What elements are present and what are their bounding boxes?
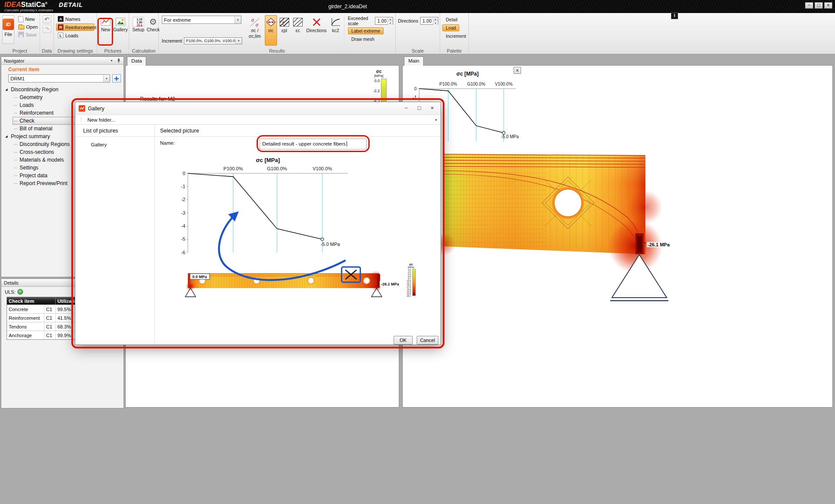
spin-down-icon[interactable]: ▼	[388, 21, 393, 25]
chevron-down-icon: ▼	[234, 16, 241, 23]
window-controls: ─ □ ✕	[805, 2, 832, 9]
group-label-palette: Palette	[440, 48, 468, 53]
ribbon-group-pictures: New Gallery Pictures	[97, 13, 129, 54]
svg-text:-4: -4	[181, 223, 185, 229]
tree-item-geometry[interactable]: Geometry	[13, 93, 124, 101]
chart-close-button[interactable]: X	[514, 67, 521, 74]
reinforcement-icon: R	[58, 24, 63, 30]
open-project-button[interactable]: Open	[17, 23, 40, 30]
new-project-button[interactable]: New	[17, 15, 40, 23]
svg-text:σc [MPa]: σc [MPa]	[256, 157, 280, 163]
svg-text:0: 0	[414, 86, 417, 91]
app-tagline: Calculate yesterday's estimates	[4, 8, 53, 12]
for-extreme-select[interactable]: For extreme ▼	[162, 16, 241, 24]
ribbon-group-drawing-settings: A Names R Reinforcement L Loads Drawing …	[54, 13, 97, 54]
dialog-section-headers: List of pictures Selected picture	[75, 125, 441, 137]
svg-text:V100.0%: V100.0%	[495, 82, 513, 86]
spin-up-icon[interactable]: ▲	[388, 17, 393, 21]
svg-text:-6: -6	[181, 250, 185, 255]
svg-text:-5.0 MPa: -5.0 MPa	[501, 134, 519, 139]
details-cell: C1	[44, 305, 56, 313]
eps-pl-result-button[interactable]: ! εpl	[278, 15, 291, 46]
open-label: Open	[26, 24, 38, 30]
sigma-c-result-button[interactable]: σc	[265, 15, 277, 46]
directions-label: Directions	[306, 28, 327, 33]
tab-main[interactable]: Main	[404, 56, 424, 66]
beam-label-right: -26.1 MPa	[381, 282, 400, 286]
titlebar: IDEAStatiCa®DETAIL Calculate yesterday's…	[0, 0, 835, 13]
directions-result-button[interactable]: Directions	[305, 15, 328, 46]
add-region-button[interactable]	[112, 74, 121, 83]
sigma-c-icon	[265, 17, 277, 27]
group-label-scale: Scale	[396, 48, 440, 53]
palette-load-button[interactable]: Load	[442, 24, 459, 31]
file-button-label: File	[4, 32, 12, 37]
names-label: Names	[65, 17, 80, 22]
palette-increment-button[interactable]: Increment	[442, 33, 470, 40]
new-picture-button[interactable]: New	[99, 15, 112, 47]
tree-item-discontinuity-region[interactable]: ◢Discontinuity Region	[1, 86, 124, 93]
names-toggle[interactable]: A Names	[56, 15, 94, 23]
info-button[interactable]: i	[671, 12, 678, 19]
directions-scale-spinner[interactable]: 1.00 ▲▼	[420, 17, 438, 25]
name-label: Name:	[160, 140, 175, 146]
loads-toggle[interactable]: L Loads	[56, 32, 94, 39]
pin-icon[interactable]	[117, 58, 121, 63]
spin-up-icon[interactable]: ▲	[433, 17, 438, 21]
picture-name-value: Detailed result - upper concrete fibers	[262, 141, 346, 146]
window-close-button[interactable]: ✕	[824, 2, 832, 9]
setup-button[interactable]: 1.15 1.90 25.8 Setup	[131, 15, 145, 47]
draw-mesh-toggle[interactable]: Draw mesh	[348, 36, 378, 43]
check-label: Check	[147, 27, 160, 32]
eps-c-icon	[292, 17, 304, 27]
ok-button[interactable]: OK	[394, 336, 413, 345]
gallery-button[interactable]: Gallery	[113, 15, 128, 47]
dialog-maximize-button[interactable]: □	[413, 104, 426, 113]
dialog-titlebar[interactable]: Gallery ─ □ ✕	[75, 102, 441, 115]
window-minimize-button[interactable]: ─	[805, 2, 813, 9]
tab-data[interactable]: Data	[127, 56, 146, 66]
app-mode-label: DETAIL	[59, 1, 83, 8]
dialog-close-button[interactable]: ✕	[426, 104, 439, 113]
svg-text:G100.0%: G100.0%	[267, 166, 287, 171]
reinforcement-toggle[interactable]: R Reinforcement	[56, 23, 94, 31]
label-extreme-toggle[interactable]: Label extreme	[348, 27, 384, 34]
window-maximize-button[interactable]: □	[815, 2, 823, 9]
sigma-ratio-result-button[interactable]: σσ σc / σc,lim	[246, 15, 264, 46]
undo-button[interactable]: ↶	[43, 15, 51, 23]
check-button[interactable]: ⚙ Check	[146, 15, 160, 47]
spin-down-icon[interactable]: ▼	[433, 21, 438, 25]
scale-unit: [MPa]	[398, 266, 424, 269]
eps-c-result-button[interactable]: εc	[292, 15, 304, 46]
increment-select[interactable]: P100.0%, G100.0%, V100.0% ▼	[184, 37, 242, 44]
dialog-toolbar: ⋮ New folder... ▾	[75, 115, 441, 125]
current-item-select[interactable]: DRM1 ▼	[8, 74, 110, 83]
navigator-dropdown-icon[interactable]: ▼	[110, 59, 113, 62]
exceeded-scale-spinner[interactable]: 1.00 ▲▼	[375, 17, 393, 25]
selected-picture-header: Selected picture	[155, 125, 441, 136]
kc2-result-button[interactable]: kc2	[329, 15, 342, 46]
names-icon: A	[58, 16, 63, 22]
for-extreme-value: For extreme	[162, 17, 234, 23]
picture-name-input[interactable]: Detailed result - upper concrete fibers	[260, 139, 367, 149]
file-button[interactable]: ID File	[2, 15, 14, 44]
tree-item-label: Discontinuity Regions	[20, 141, 70, 147]
new-folder-button[interactable]: New folder...	[87, 117, 115, 123]
ribbon-group-scale: Directions 1.00 ▲▼ Scale	[396, 13, 440, 54]
save-project-button[interactable]: Save	[17, 31, 40, 38]
reinforcement-label: Reinforcement	[65, 25, 97, 30]
eps-pl-icon: !	[279, 17, 290, 27]
tree-expanded-icon[interactable]: ◢	[5, 135, 11, 138]
tree-expanded-icon[interactable]: ◢	[5, 88, 11, 91]
toolbar-grip-icon: ⋮	[79, 117, 84, 123]
toolbar-chevron-icon[interactable]: ▾	[435, 118, 437, 122]
palette-detail-button[interactable]: Detail	[442, 16, 461, 23]
tree-item-label: Project data	[20, 172, 47, 179]
cancel-button[interactable]: Cancel	[417, 336, 438, 345]
dialog-minimize-button[interactable]: ─	[400, 104, 413, 113]
redo-button[interactable]: ↷	[43, 25, 51, 33]
list-item-gallery[interactable]: Gallery	[75, 142, 154, 147]
scale-directions-label: Directions	[398, 18, 418, 23]
beam-label-left: 0.0 MPa	[192, 275, 207, 279]
details-cell: C1	[44, 314, 56, 322]
